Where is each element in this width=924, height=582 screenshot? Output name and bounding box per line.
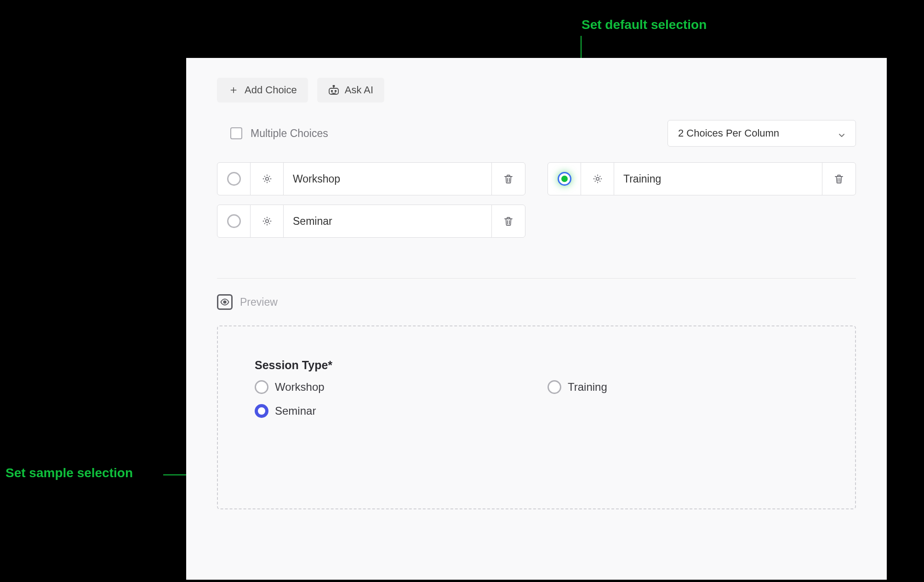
choice-row (548, 162, 856, 195)
radio-icon[interactable] (548, 380, 561, 394)
svg-point-11 (265, 220, 268, 223)
radio-icon[interactable] (255, 380, 268, 394)
choice-row (217, 205, 525, 238)
svg-point-3 (331, 91, 332, 92)
radio-icon[interactable] (558, 172, 571, 186)
choice-text-input[interactable] (293, 215, 482, 228)
svg-point-2 (333, 85, 334, 86)
preview-box: Session Type* Workshop Training Seminar (217, 325, 856, 509)
multiple-choices-label: Multiple Choices (251, 127, 328, 140)
multiple-choices-toggle[interactable]: Multiple Choices (217, 127, 328, 140)
plus-icon: ＋ (228, 84, 239, 95)
ask-ai-button[interactable]: Ask AI (317, 78, 384, 103)
choice-settings-cell[interactable] (251, 163, 284, 195)
annotation-sample-selection: Set sample selection (6, 466, 133, 480)
radio-icon[interactable] (227, 172, 241, 186)
option-label: Seminar (275, 405, 316, 417)
choice-input-cell (284, 163, 492, 195)
svg-point-14 (223, 301, 226, 303)
add-choice-button[interactable]: ＋ Add Choice (217, 78, 308, 103)
field-title: Session Type* (255, 359, 818, 372)
choice-settings-cell[interactable] (581, 163, 614, 195)
option-label: Workshop (275, 381, 325, 394)
add-choice-label: Add Choice (245, 84, 297, 96)
chevron-down-icon (838, 130, 845, 137)
preview-option[interactable]: Training (548, 380, 818, 394)
choice-text-input[interactable] (293, 173, 482, 185)
choice-delete-cell[interactable] (492, 205, 525, 237)
checkbox-icon[interactable] (230, 127, 242, 139)
options-row: Multiple Choices 2 Choices Per Column (217, 120, 856, 147)
editor-panel: ＋ Add Choice Ask AI Multiple Choices (186, 58, 887, 580)
columns-dropdown[interactable]: 2 Choices Per Column (667, 120, 856, 147)
ask-ai-label: Ask AI (345, 84, 373, 96)
gear-icon[interactable] (262, 173, 273, 184)
default-radio-cell[interactable] (548, 163, 581, 195)
choice-delete-cell[interactable] (822, 163, 856, 195)
choice-delete-cell[interactable] (492, 163, 525, 195)
choice-settings-cell[interactable] (251, 205, 284, 237)
trash-icon[interactable] (503, 173, 514, 184)
svg-point-5 (265, 177, 268, 180)
trash-icon[interactable] (833, 173, 844, 184)
gear-icon[interactable] (592, 173, 603, 184)
annotation-default-selection: Set default selection (582, 17, 707, 32)
svg-point-8 (596, 177, 599, 180)
toolbar: ＋ Add Choice Ask AI (217, 78, 856, 103)
preview-header: Preview (217, 294, 856, 310)
option-label: Training (568, 381, 607, 394)
section-divider (217, 278, 856, 279)
preview-option[interactable]: Workshop (255, 380, 525, 394)
radio-icon[interactable] (255, 404, 268, 418)
preview-options: Workshop Training Seminar (255, 380, 818, 418)
choice-text-input[interactable] (623, 173, 813, 185)
gear-icon[interactable] (262, 216, 273, 227)
radio-icon[interactable] (227, 214, 241, 228)
bot-icon (328, 85, 339, 95)
default-radio-cell[interactable] (217, 163, 251, 195)
choices-list (217, 162, 856, 238)
preview-label: Preview (240, 296, 278, 308)
choice-input-cell (284, 205, 492, 237)
preview-icon (217, 294, 233, 310)
choice-input-cell (614, 163, 822, 195)
choice-row (217, 162, 525, 195)
trash-icon[interactable] (503, 216, 514, 227)
preview-option[interactable]: Seminar (255, 404, 525, 418)
svg-point-4 (335, 91, 336, 92)
columns-dropdown-value: 2 Choices Per Column (678, 127, 779, 139)
default-radio-cell[interactable] (217, 205, 251, 237)
